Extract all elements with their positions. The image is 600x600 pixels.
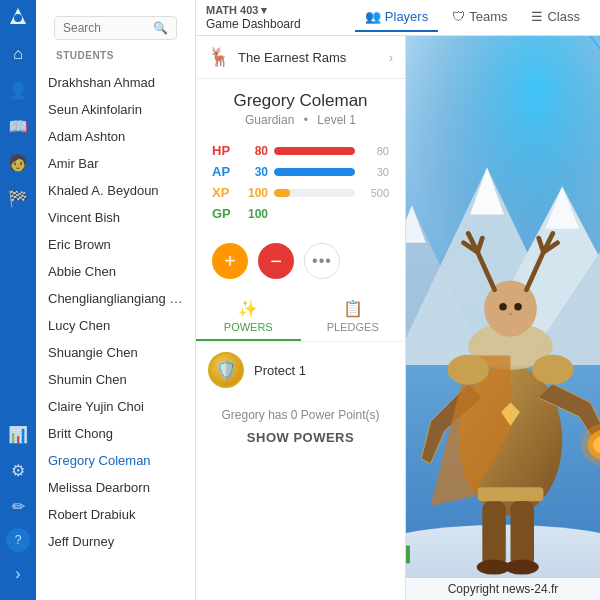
svg-rect-24: [478, 487, 544, 501]
panel-tab-label-powers: POWERS: [224, 321, 273, 333]
stat-bar-fill-ap: [274, 168, 355, 176]
student-item[interactable]: Seun Akinfolarin: [36, 96, 195, 123]
bullet-separator: •: [304, 113, 308, 127]
stat-row-hp: HP8080: [212, 143, 389, 158]
nav-help-icon[interactable]: ?: [6, 528, 30, 552]
stat-label-ap: AP: [212, 164, 234, 179]
svg-point-28: [505, 560, 539, 575]
panel-tab-label-pledges: PLEDGES: [327, 321, 379, 333]
stat-row-xp: XP100500: [212, 185, 389, 200]
student-item[interactable]: Lucy Chen: [36, 312, 195, 339]
player-class: Guardian: [245, 113, 294, 127]
player-name: Gregory Coleman: [212, 91, 389, 111]
panel-tab-icon-powers: ✨: [238, 299, 258, 318]
top-bar-left: MATH 403 ▾ Game Dashboard: [206, 4, 355, 31]
student-item[interactable]: Shumin Chen: [36, 366, 195, 393]
nav-pencil-icon[interactable]: ✏: [0, 488, 36, 524]
stat-value-xp: 100: [240, 186, 268, 200]
show-powers-button[interactable]: SHOW POWERS: [247, 430, 354, 445]
stat-bar-fill-hp: [274, 147, 355, 155]
student-item[interactable]: Melissa Dearborn: [36, 474, 195, 501]
student-item[interactable]: Gregory Coleman: [36, 447, 195, 474]
copyright-bar: Copyright news-24.fr: [406, 578, 600, 600]
left-nav: ⌂ 👤 📖 🧑 🏁 📊 ⚙ ✏ ? ›: [0, 0, 36, 600]
student-item[interactable]: Shuangie Chen: [36, 339, 195, 366]
stat-value-ap: 30: [240, 165, 268, 179]
nav-tab-players[interactable]: 👥Players: [355, 3, 438, 32]
svg-point-30: [532, 355, 573, 385]
student-item[interactable]: Vincent Bish: [36, 204, 195, 231]
student-item[interactable]: Claire Yujin Choi: [36, 393, 195, 420]
more-button[interactable]: •••: [304, 243, 340, 279]
svg-point-19: [514, 303, 522, 311]
student-item[interactable]: Khaled A. Beydoun: [36, 177, 195, 204]
student-item[interactable]: Britt Chong: [36, 420, 195, 447]
teams-icon: 🛡: [452, 9, 465, 24]
panel-tab-pledges[interactable]: 📋PLEDGES: [301, 291, 406, 341]
app-logo: [0, 0, 36, 36]
stat-value-hp: 80: [240, 144, 268, 158]
nav-home-icon[interactable]: ⌂: [0, 36, 36, 72]
svg-point-29: [448, 355, 489, 385]
sidebar: 🔍 STUDENTS Drakhshan AhmadSeun Akinfolar…: [36, 0, 196, 600]
remove-button[interactable]: −: [258, 243, 294, 279]
stat-max-ap: 30: [361, 166, 389, 178]
svg-rect-26: [511, 501, 535, 567]
nav-chart-icon[interactable]: 📊: [0, 416, 36, 452]
stats-section: HP8080AP3030XP100500GP100: [196, 135, 405, 235]
stat-label-gp: GP: [212, 206, 234, 221]
sidebar-header: 🔍 STUDENTS: [36, 0, 195, 69]
class-icon: ☰: [531, 9, 543, 24]
nav-people-icon[interactable]: 👤: [0, 72, 36, 108]
svg-rect-25: [482, 501, 506, 567]
student-item[interactable]: Drakhshan Ahmad: [36, 69, 195, 96]
student-item[interactable]: Chengliangliangiang Chen: [36, 285, 195, 312]
team-header[interactable]: 🦌 The Earnest Rams ›: [196, 36, 405, 79]
nav-settings-icon[interactable]: ⚙: [0, 452, 36, 488]
stat-bar-bg-xp: [274, 189, 355, 197]
players-icon: 👥: [365, 9, 381, 24]
student-item[interactable]: Adam Ashton: [36, 123, 195, 150]
top-bar: MATH 403 ▾ Game Dashboard 👥Players🛡Teams…: [196, 0, 600, 36]
search-input[interactable]: [63, 21, 151, 35]
student-item[interactable]: Robert Drabiuk: [36, 501, 195, 528]
page-title: Game Dashboard: [206, 17, 355, 31]
power-item: 🛡️ Protect 1: [196, 342, 405, 398]
player-subtitle: Guardian • Level 1: [212, 113, 389, 127]
panel-footer: Gregory has 0 Power Point(s) SHOW POWERS: [196, 398, 405, 455]
nav-tab-teams[interactable]: 🛡Teams: [442, 3, 517, 32]
nav-tab-class[interactable]: ☰Class: [521, 3, 590, 32]
nav-tab-label-class: Class: [547, 9, 580, 24]
team-chevron-icon: ›: [389, 50, 393, 65]
student-item[interactable]: Amir Bar: [36, 150, 195, 177]
nav-flag-icon[interactable]: 🏁: [0, 180, 36, 216]
stat-max-xp: 500: [361, 187, 389, 199]
power-badge-emoji: 🛡️: [215, 359, 237, 381]
add-button[interactable]: +: [212, 243, 248, 279]
stat-bar-fill-xp: [274, 189, 290, 197]
student-item[interactable]: Eric Brown: [36, 231, 195, 258]
team-icon: 🦌: [208, 46, 230, 68]
nav-expand-icon[interactable]: ›: [0, 556, 36, 592]
action-buttons: + − •••: [196, 235, 405, 291]
stat-bar-bg-hp: [274, 147, 355, 155]
stat-row-gp: GP100: [212, 206, 389, 221]
nav-tab-label-teams: Teams: [469, 9, 507, 24]
player-panel: 🦌 The Earnest Rams › Gregory Coleman Gua…: [196, 36, 406, 600]
content-area: 🦌 The Earnest Rams › Gregory Coleman Gua…: [196, 36, 600, 600]
students-section-label: STUDENTS: [46, 44, 185, 65]
nav-book-icon[interactable]: 📖: [0, 108, 36, 144]
power-badge-icon: 🛡️: [208, 352, 244, 388]
player-info: Gregory Coleman Guardian • Level 1: [196, 79, 405, 135]
svg-point-20: [509, 313, 513, 316]
search-icon: 🔍: [153, 21, 168, 35]
nav-person-icon[interactable]: 🧑: [0, 144, 36, 180]
nav-tab-label-players: Players: [385, 9, 428, 24]
student-item[interactable]: Abbie Chen: [36, 258, 195, 285]
panel-tab-icon-pledges: 📋: [343, 299, 363, 318]
stat-label-hp: HP: [212, 143, 234, 158]
student-item[interactable]: Jeff Durney: [36, 528, 195, 555]
main-content: MATH 403 ▾ Game Dashboard 👥Players🛡Teams…: [196, 0, 600, 600]
search-box[interactable]: 🔍: [54, 16, 177, 40]
panel-tab-powers[interactable]: ✨POWERS: [196, 291, 301, 341]
